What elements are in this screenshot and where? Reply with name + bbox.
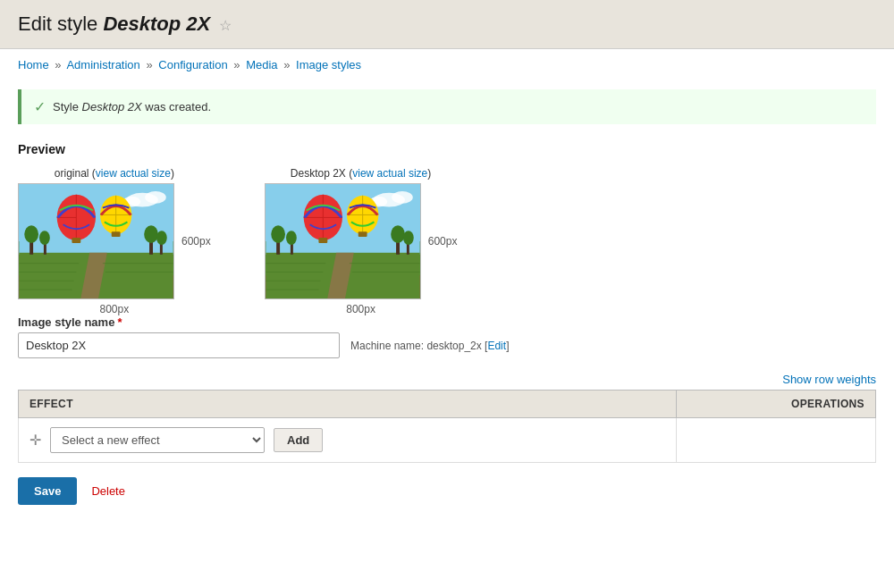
svg-point-36 [271, 225, 285, 243]
svg-point-38 [286, 231, 297, 245]
breadcrumb-media[interactable]: Media [246, 58, 277, 71]
desktop2x-image [265, 183, 421, 299]
desktop2x-view-actual-size-link[interactable]: view actual size [352, 167, 427, 180]
breadcrumb-administration[interactable]: Administration [66, 58, 139, 71]
original-caption-close: ) [171, 167, 174, 180]
breadcrumb-sep-2: » [146, 58, 152, 71]
page-title-prefix: Edit style [18, 13, 103, 35]
delete-link[interactable]: Delete [91, 484, 125, 498]
original-caption: original (view actual size) [55, 167, 174, 180]
image-style-name-input[interactable] [18, 332, 340, 358]
breadcrumb-sep-3: » [233, 58, 240, 71]
operations-cell [676, 418, 875, 463]
effect-select[interactable]: Select a new effect [50, 427, 265, 453]
original-image-svg [19, 184, 173, 298]
add-effect-row: ✛ Select a new effect Add [19, 418, 876, 463]
operations-col-header: OPERATIONS [676, 391, 875, 418]
desktop2x-height-label: 600px [428, 235, 458, 248]
breadcrumb: Home » Administration » Configuration » … [0, 49, 894, 80]
svg-point-11 [144, 225, 158, 243]
desktop2x-caption: Desktop 2X (view actual size) [291, 167, 431, 180]
original-image-wrapper: 600px [18, 183, 211, 299]
svg-point-2 [145, 191, 166, 204]
desktop2x-image-wrapper: 600px [265, 183, 458, 299]
actions-row: Save Delete [18, 477, 876, 505]
desktop2x-image-svg [266, 184, 420, 298]
page-header: Edit style Desktop 2X ☆ [0, 0, 894, 49]
effects-table: EFFECT OPERATIONS ✛ Select a new effect … [18, 390, 876, 463]
original-preview-item: original (view actual size) [18, 167, 211, 315]
success-prefix: Style [53, 100, 82, 113]
svg-point-31 [392, 191, 413, 204]
show-row-weights-link[interactable]: Show row weights [782, 373, 876, 386]
required-star: * [117, 315, 122, 329]
original-height-label: 600px [181, 235, 211, 248]
original-view-actual-size-link[interactable]: view actual size [96, 167, 171, 180]
page-title-italic: Desktop 2X [103, 13, 210, 35]
main-content: Preview original (view actual size) [0, 133, 894, 523]
desktop2x-preview-item: Desktop 2X (view actual size) [265, 167, 458, 315]
original-caption-text: original ( [55, 167, 96, 180]
svg-rect-56 [358, 231, 367, 237]
effects-table-header-row: EFFECT OPERATIONS [19, 391, 876, 418]
breadcrumb-configuration[interactable]: Configuration [158, 58, 227, 71]
page-title: Edit style Desktop 2X ☆ [18, 13, 876, 36]
preview-label: Preview [18, 142, 876, 156]
svg-point-13 [156, 231, 167, 245]
desktop2x-width-label: 800px [346, 303, 375, 315]
effect-row-content: ✛ Select a new effect Add [30, 427, 665, 453]
row-weights-row: Show row weights [18, 373, 876, 386]
star-icon[interactable]: ☆ [219, 18, 232, 33]
save-button[interactable]: Save [18, 477, 77, 505]
breadcrumb-home[interactable]: Home [18, 58, 49, 71]
breadcrumb-sep-4: » [283, 58, 290, 71]
svg-point-9 [39, 231, 50, 245]
machine-name-prefix: Machine name: desktop_2x [350, 340, 482, 352]
breadcrumb-image-styles[interactable]: Image styles [296, 58, 361, 71]
label-text: Image style name [18, 315, 114, 329]
add-effect-button[interactable]: Add [274, 428, 323, 452]
image-style-name-label: Image style name* [18, 315, 876, 329]
original-image [18, 183, 174, 299]
image-style-name-group: Image style name* Machine name: desktop_… [18, 315, 876, 358]
drag-handle-icon: ✛ [30, 432, 41, 449]
svg-point-42 [403, 231, 414, 245]
success-suffix: was created. [142, 100, 211, 113]
success-message: ✓ Style Desktop 2X was created. [18, 89, 876, 124]
svg-rect-28 [112, 231, 121, 237]
check-icon: ✓ [34, 98, 46, 115]
svg-rect-24 [72, 238, 80, 243]
preview-section: original (view actual size) [18, 167, 876, 315]
success-italic: Desktop 2X [82, 100, 142, 113]
effects-table-body: ✛ Select a new effect Add [19, 418, 876, 463]
success-text: Style Desktop 2X was created. [53, 100, 211, 113]
effects-table-head: EFFECT OPERATIONS [19, 391, 876, 418]
effect-col-header: EFFECT [19, 391, 677, 418]
machine-name-edit-link[interactable]: Edit [487, 340, 506, 352]
svg-point-40 [391, 225, 405, 243]
desktop2x-caption-text: Desktop 2X ( [291, 167, 352, 180]
original-width-label: 800px [100, 303, 130, 315]
svg-point-7 [24, 225, 38, 243]
machine-name-text: Machine name: desktop_2x [Edit] [350, 340, 509, 352]
name-input-row: Machine name: desktop_2x [Edit] [18, 332, 876, 358]
add-effect-cell: ✛ Select a new effect Add [19, 418, 677, 463]
svg-rect-52 [318, 238, 327, 243]
breadcrumb-sep-1: » [55, 58, 61, 71]
desktop2x-caption-close: ) [427, 167, 431, 180]
